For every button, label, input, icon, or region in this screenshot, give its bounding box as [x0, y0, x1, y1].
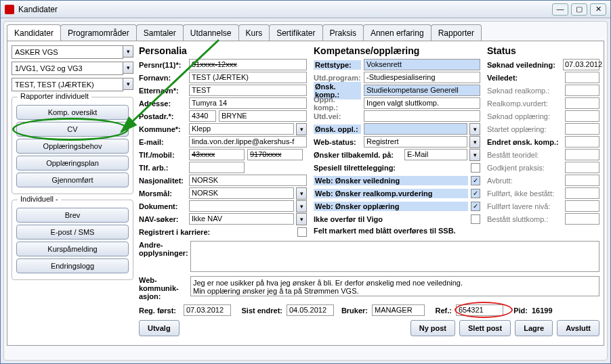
- tab-kandidater[interactable]: Kandidater: [7, 24, 61, 41]
- utvalg-button[interactable]: Utvalg: [139, 320, 180, 336]
- tilbakemld-select[interactable]: E-Mail: [404, 149, 467, 160]
- tab-programomrader[interactable]: Programområder: [60, 24, 137, 41]
- kurspamelding-button[interactable]: Kurspåmelding: [16, 242, 129, 256]
- chevron-down-icon[interactable]: ▾: [296, 187, 307, 200]
- tab-utdannelse[interactable]: Utdannelse: [183, 24, 239, 41]
- tab-annen-erfaring[interactable]: Annen erfaring: [363, 24, 431, 41]
- persnr-input[interactable]: 01xxxx-12xxx: [189, 59, 307, 70]
- utdprogram-input[interactable]: -Studiespesialisering: [364, 72, 480, 83]
- sistendret-input[interactable]: 04.05.2012: [287, 304, 334, 316]
- slett-post-button[interactable]: Slett post: [459, 320, 511, 336]
- status-label: Avbrutt:: [487, 177, 562, 185]
- level-select[interactable]: 1/VG1, VG2 og VG3: [12, 62, 123, 75]
- status-value[interactable]: [565, 200, 599, 212]
- nav-select[interactable]: Ikke NAV: [189, 213, 294, 225]
- chevron-down-icon[interactable]: ▾: [469, 123, 480, 135]
- chevron-down-icon[interactable]: ▾: [469, 136, 480, 148]
- etternavn-input[interactable]: TEST: [189, 85, 307, 96]
- chevron-down-icon[interactable]: ▾: [123, 62, 133, 74]
- endringslogg-button[interactable]: Endringslogg: [16, 258, 129, 273]
- webstatus-select[interactable]: Registrert: [364, 136, 467, 147]
- weboppl-label: Web: Ønsker opplæring: [314, 202, 468, 211]
- onskoppl-select[interactable]: [364, 123, 467, 135]
- tab-rapporter[interactable]: Rapporter: [431, 24, 482, 41]
- mobil-input[interactable]: 9170xxxx: [247, 149, 303, 160]
- rettstype-label: Rettstype:: [314, 60, 361, 70]
- weboppl-checkbox[interactable]: ✓: [471, 202, 480, 211]
- spesiell-checkbox[interactable]: [471, 163, 480, 173]
- nav-label: NAV-søker:: [139, 215, 186, 223]
- webveil-checkbox[interactable]: ✓: [471, 176, 480, 185]
- status-value[interactable]: [565, 149, 599, 160]
- utdvei-input[interactable]: [364, 110, 480, 122]
- regkarriere-checkbox[interactable]: [297, 227, 307, 237]
- tab-samtaler[interactable]: Samtaler: [136, 24, 184, 41]
- lagre-button[interactable]: Lagre: [515, 320, 553, 336]
- ny-post-button[interactable]: Ny post: [410, 320, 455, 336]
- adresse-label: Adresse:: [139, 99, 186, 108]
- minimize-button[interactable]: —: [552, 3, 568, 16]
- adresse-input[interactable]: Tumyra 14: [189, 97, 307, 109]
- school-select[interactable]: ASKER VGS: [12, 45, 123, 59]
- opplaeringsplan-button[interactable]: Opplæringsplan: [16, 156, 129, 170]
- candidate-select[interactable]: TEST, TEST (JÆRTEK): [12, 78, 123, 91]
- tab-kurs[interactable]: Kurs: [238, 24, 270, 41]
- tlf-input[interactable]: 43xxxx: [189, 149, 245, 160]
- opplaeringsbehov-button[interactable]: Opplæringsbehov: [16, 139, 129, 154]
- kommune-select[interactable]: Klepp: [189, 123, 294, 135]
- close-window-button[interactable]: ✕: [590, 3, 606, 16]
- cv-button[interactable]: CV: [16, 122, 129, 137]
- epost-sms-button[interactable]: E-post / SMS: [16, 225, 129, 240]
- personalia-column: Personalia Persnr(11)*:01xxxx-12xxx Forn…: [139, 45, 307, 238]
- oppnkomp-label: Oppn. komp.:: [314, 95, 361, 112]
- avslutt-button[interactable]: Avslutt: [557, 320, 599, 336]
- app-logo-icon: [5, 5, 14, 14]
- tab-praksis[interactable]: Praksis: [322, 24, 364, 41]
- morsmal-select[interactable]: NORSK: [189, 187, 294, 199]
- vigo-checkbox[interactable]: [471, 214, 480, 224]
- ref-input[interactable]: 654321: [456, 304, 503, 316]
- chevron-down-icon[interactable]: ▾: [296, 123, 307, 135]
- chevron-down-icon[interactable]: ▾: [296, 200, 307, 212]
- status-value[interactable]: [565, 110, 599, 122]
- status-value[interactable]: [565, 85, 599, 96]
- oppnkomp-input[interactable]: Ingen valgt sluttkomp.: [364, 97, 480, 109]
- andre-opplysninger-textarea[interactable]: [190, 241, 599, 272]
- main-column: Personalia Persnr(11)*:01xxxx-12xxx Forn…: [133, 45, 599, 341]
- onskkomp-input[interactable]: Studiekompetanse Generell: [364, 85, 480, 96]
- chevron-down-icon[interactable]: ▾: [123, 78, 133, 90]
- status-value[interactable]: [565, 187, 599, 199]
- webkomm-textarea[interactable]: Jeg er noe usikker på hva jeg ønsker å b…: [190, 276, 599, 296]
- tlfarb-input[interactable]: [189, 162, 245, 173]
- status-value[interactable]: [565, 136, 599, 147]
- brev-button[interactable]: Brev: [16, 208, 129, 223]
- status-label: Bestått teoridel:: [487, 151, 562, 159]
- status-value[interactable]: [565, 72, 599, 83]
- maximize-button[interactable]: ▢: [571, 3, 587, 16]
- nasjonalitet-input[interactable]: NORSK: [189, 175, 307, 186]
- regforst-input[interactable]: 07.03.2012: [184, 304, 231, 316]
- fornavn-input[interactable]: TEST (JÆRTEK): [189, 72, 307, 83]
- status-value[interactable]: [565, 175, 599, 186]
- postnr-input[interactable]: 4340: [189, 110, 216, 122]
- dokument-select[interactable]: [189, 200, 294, 212]
- tab-sertifikater[interactable]: Sertifikater: [269, 24, 322, 41]
- utdprogram-label: Utd.program:: [314, 74, 361, 82]
- status-value[interactable]: 07.03.2012: [563, 59, 599, 70]
- chevron-down-icon[interactable]: ▾: [123, 45, 133, 58]
- fornavn-label: Fornavn:: [139, 74, 186, 82]
- status-label: Søknad opplæring:: [487, 112, 562, 120]
- rettstype-input[interactable]: Voksenrett: [364, 59, 480, 70]
- status-value[interactable]: [565, 97, 599, 109]
- komp-oversikt-button[interactable]: Komp. oversikt: [16, 105, 129, 120]
- chevron-down-icon[interactable]: ▾: [469, 149, 480, 161]
- bruker-input[interactable]: MANAGER: [372, 304, 425, 316]
- status-value[interactable]: [565, 123, 599, 135]
- email-input[interactable]: linda.von.der.lippe@akershus-f: [189, 136, 307, 147]
- status-value[interactable]: [565, 213, 599, 225]
- gjennomfort-button[interactable]: Gjennomført: [16, 173, 129, 187]
- poststed-input[interactable]: BRYNE: [219, 110, 307, 122]
- chevron-down-icon[interactable]: ▾: [296, 213, 307, 225]
- status-value[interactable]: [565, 162, 599, 173]
- webreal-checkbox[interactable]: ✓: [471, 189, 480, 198]
